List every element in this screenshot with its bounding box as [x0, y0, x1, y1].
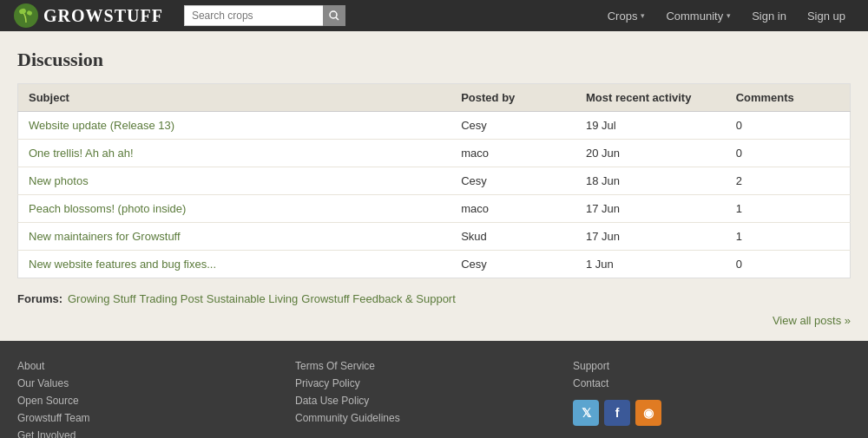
table-row: New maintainers for Growstuff Skud 17 Ju…: [18, 223, 851, 251]
cell-recent: 17 Jun: [575, 223, 726, 251]
footer-col2: Terms Of ServicePrivacy PolicyData Use P…: [295, 360, 573, 438]
cell-comments: 1: [726, 223, 851, 251]
cell-recent: 20 Jun: [575, 140, 726, 167]
cell-postedby: Cesy: [450, 251, 575, 278]
cell-comments: 0: [726, 112, 851, 140]
nav-signup[interactable]: Sign up: [799, 6, 854, 26]
footer-link[interactable]: Growstuff Team: [17, 412, 295, 424]
col-header-subject: Subject: [18, 84, 451, 112]
cell-comments: 1: [726, 195, 851, 223]
social-links: 𝕏f◉: [573, 400, 851, 426]
table-header-row: Subject Posted by Most recent activity C…: [18, 84, 851, 112]
cell-postedby: Cesy: [450, 112, 575, 140]
footer-link[interactable]: Data Use Policy: [295, 395, 573, 407]
nav-signin[interactable]: Sign in: [743, 6, 795, 26]
footer-link[interactable]: Community Guidelines: [295, 412, 573, 424]
facebook-link[interactable]: f: [604, 400, 630, 426]
col-header-recent: Most recent activity: [575, 84, 726, 112]
svg-point-3: [330, 11, 337, 18]
subject-link[interactable]: One trellis! Ah ah ah!: [29, 147, 134, 160]
cell-recent: 1 Jun: [575, 251, 726, 278]
table-row: Peach blossoms! (photo inside) maco 17 J…: [18, 195, 851, 223]
table-row: One trellis! Ah ah ah! maco 20 Jun 0: [18, 140, 851, 167]
svg-line-4: [336, 17, 339, 20]
footer-col3: SupportContact𝕏f◉: [573, 360, 851, 438]
table-row: New photos Cesy 18 Jun 2: [18, 167, 851, 195]
footer-link[interactable]: Privacy Policy: [295, 377, 573, 389]
footer: AboutOur ValuesOpen SourceGrowstuff Team…: [0, 341, 868, 438]
footer-link[interactable]: Our Values: [17, 377, 295, 389]
col-header-postedby: Posted by: [450, 84, 575, 112]
crops-dropdown-arrow: ▾: [641, 11, 645, 20]
subject-link[interactable]: Peach blossoms! (photo inside): [29, 202, 186, 215]
cell-recent: 17 Jun: [575, 195, 726, 223]
cell-recent: 19 Jul: [575, 112, 726, 140]
forums-label: Forums:: [17, 292, 62, 305]
cell-subject: One trellis! Ah ah ah!: [18, 140, 451, 167]
nav-community[interactable]: Community ▾: [657, 6, 740, 26]
community-dropdown-arrow: ▾: [727, 11, 731, 20]
cell-subject: New website features and bug fixes...: [18, 251, 451, 278]
cell-comments: 2: [726, 167, 851, 195]
logo[interactable]: GROWSTUFF: [14, 3, 163, 28]
subject-link[interactable]: New website features and bug fixes...: [29, 258, 216, 271]
view-all-link[interactable]: View all posts »: [773, 314, 851, 327]
footer-link[interactable]: Terms Of Service: [295, 360, 573, 372]
forum-link[interactable]: Growing Stuff: [68, 292, 136, 305]
cell-subject: New maintainers for Growstuff: [18, 223, 451, 251]
page-title: Discussion: [17, 49, 851, 71]
forum-link[interactable]: Trading Post: [140, 292, 203, 305]
cell-postedby: Skud: [450, 223, 575, 251]
subject-link[interactable]: Website update (Release 13): [29, 119, 174, 132]
subject-link[interactable]: New photos: [29, 174, 89, 187]
cell-postedby: Cesy: [450, 167, 575, 195]
forums-links: Growing StuffTrading PostSustainable Liv…: [68, 292, 456, 305]
cell-subject: Website update (Release 13): [18, 112, 451, 140]
forums-section: Forums: Growing StuffTrading PostSustain…: [17, 292, 851, 305]
table-row: Website update (Release 13) Cesy 19 Jul …: [18, 112, 851, 140]
cell-comments: 0: [726, 140, 851, 167]
cell-postedby: maco: [450, 195, 575, 223]
nav-crops[interactable]: Crops ▾: [599, 6, 654, 26]
main-nav: Crops ▾ Community ▾ Sign in Sign up: [599, 6, 854, 26]
table-row: New website features and bug fixes... Ce…: [18, 251, 851, 278]
footer-link[interactable]: About: [17, 360, 295, 372]
rss-link[interactable]: ◉: [635, 400, 661, 426]
svg-point-0: [14, 3, 38, 28]
view-all-row: View all posts »: [17, 305, 851, 332]
footer-link[interactable]: Contact: [573, 377, 851, 389]
search-icon: [329, 10, 339, 21]
main-content: Discussion Subject Posted by Most recent…: [0, 31, 868, 341]
logo-icon: [14, 3, 38, 28]
footer-link[interactable]: Get Involved: [17, 429, 295, 438]
subject-link[interactable]: New maintainers for Growstuff: [29, 230, 181, 243]
cell-recent: 18 Jun: [575, 167, 726, 195]
forum-link[interactable]: Growstuff Feedback & Support: [301, 292, 456, 305]
twitter-link[interactable]: 𝕏: [573, 400, 599, 426]
cell-comments: 0: [726, 251, 851, 278]
footer-col1: AboutOur ValuesOpen SourceGrowstuff Team…: [17, 360, 295, 438]
search-form: [184, 5, 345, 26]
logo-text: GROWSTUFF: [43, 6, 163, 26]
footer-link[interactable]: Open Source: [17, 395, 295, 407]
search-button[interactable]: [323, 5, 345, 26]
footer-link[interactable]: Support: [573, 360, 851, 372]
col-header-comments: Comments: [726, 84, 851, 112]
cell-subject: Peach blossoms! (photo inside): [18, 195, 451, 223]
forum-link[interactable]: Sustainable Living: [207, 292, 299, 305]
cell-subject: New photos: [18, 167, 451, 195]
search-input[interactable]: [184, 5, 323, 26]
discussion-table: Subject Posted by Most recent activity C…: [17, 83, 851, 278]
cell-postedby: maco: [450, 140, 575, 167]
